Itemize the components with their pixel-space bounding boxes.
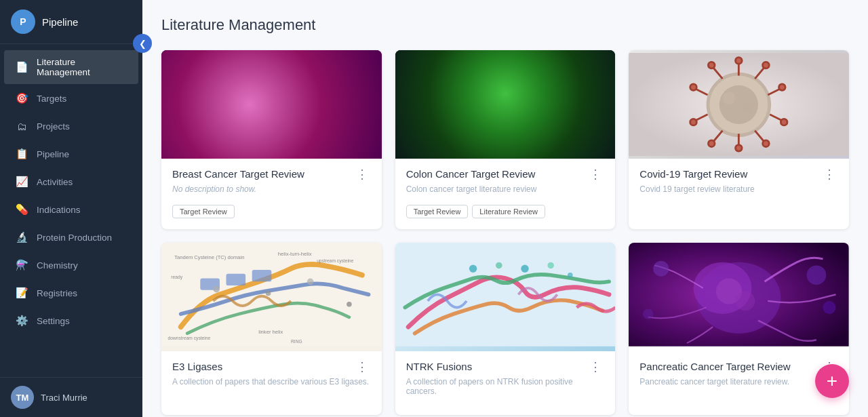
svg-line-6 <box>269 54 272 66</box>
card-image-breast <box>161 50 382 159</box>
svg-point-66 <box>307 279 314 285</box>
user-name: Traci Murrie <box>41 393 87 403</box>
card-e3-ligases[interactable]: Tandem Cysteine (TC) domain helix-turn-h… <box>161 243 382 415</box>
sidebar-item-projects[interactable]: 🗂 Projects <box>4 113 138 140</box>
svg-point-72 <box>547 262 554 269</box>
svg-point-20 <box>500 81 523 104</box>
ntrk-illustration <box>395 243 616 346</box>
card-image-e3: Tandem Cysteine (TC) domain helix-turn-h… <box>161 243 382 351</box>
svg-point-82 <box>736 292 755 311</box>
tag: Literature Review <box>472 205 545 218</box>
svg-point-25 <box>539 106 575 142</box>
sidebar-item-settings[interactable]: ⚙️ Settings <box>4 307 138 334</box>
svg-point-15 <box>422 61 472 111</box>
sidebar-item-label: Activities <box>37 177 73 187</box>
e3-ligases-illustration: Tandem Cysteine (TC) domain helix-turn-h… <box>161 243 382 346</box>
indications-icon: 💊 <box>15 203 28 216</box>
svg-point-33 <box>709 62 715 68</box>
card-image-colon <box>395 50 616 159</box>
svg-point-16 <box>429 68 465 104</box>
card-title: E3 Ligases <box>172 361 353 372</box>
card-pancreatic[interactable]: Pancreatic Cancer Target Review ⋮ Pancre… <box>629 243 849 415</box>
card-menu-button[interactable]: ⋮ <box>821 168 838 180</box>
svg-text:linker helix: linker helix <box>258 329 283 335</box>
svg-point-47 <box>690 119 697 125</box>
card-menu-button[interactable]: ⋮ <box>587 361 604 373</box>
svg-line-9 <box>245 60 252 69</box>
svg-point-71 <box>521 264 528 272</box>
sidebar-item-protein[interactable]: 🔬 Protein Production <box>4 224 138 251</box>
card-title: Covid-19 Target Review <box>639 168 821 180</box>
svg-point-65 <box>266 291 271 296</box>
card-body: Breast Cancer Target Review ⋮ No descrip… <box>161 159 382 229</box>
svg-rect-55 <box>226 274 245 285</box>
sidebar-item-activities[interactable]: 📈 Activities <box>4 168 138 195</box>
projects-icon: 🗂 <box>15 119 28 133</box>
card-header-row: Pancreatic Cancer Target Review ⋮ <box>639 361 838 373</box>
svg-point-31 <box>736 57 743 64</box>
chemistry-icon: ⚗️ <box>15 258 28 272</box>
card-description: A collection of papers on NTRK fusion po… <box>406 377 605 396</box>
settings-icon: ⚙️ <box>15 314 28 327</box>
card-menu-button[interactable]: ⋮ <box>353 361 371 373</box>
sidebar-item-label: Literature Management <box>37 57 127 77</box>
svg-point-39 <box>781 119 788 125</box>
tag: Target Review <box>172 205 235 218</box>
card-ntrk[interactable]: NTRK Fusions ⋮ A collection of papers on… <box>395 243 616 415</box>
card-colon-cancer[interactable]: Colon Cancer Target Review ⋮ Colon cance… <box>395 50 616 229</box>
sidebar-item-targets[interactable]: 🎯 Targets <box>4 85 138 112</box>
sidebar-collapse-button[interactable]: ❮ <box>133 34 152 53</box>
svg-point-51 <box>723 92 736 104</box>
breast-cancer-illustration <box>161 50 382 154</box>
sidebar-item-label: Pipeline <box>37 149 69 159</box>
sidebar-item-indications[interactable]: 💊 Indications <box>4 196 138 223</box>
card-covid[interactable]: Covid-19 Target Review ⋮ Covid 19 target… <box>629 50 849 229</box>
svg-line-7 <box>291 58 298 69</box>
add-fab-button[interactable]: + <box>815 364 849 398</box>
sidebar-item-registries[interactable]: 📝 Registries <box>4 279 138 306</box>
card-title: Breast Cancer Target Review <box>172 168 353 180</box>
registries-icon: 📝 <box>15 286 28 300</box>
svg-rect-0 <box>161 50 382 154</box>
svg-point-1 <box>233 66 311 138</box>
card-header-row: E3 Ligases ⋮ <box>172 361 371 373</box>
svg-line-10 <box>221 89 233 96</box>
sidebar-header: P Pipeline <box>0 0 142 44</box>
card-header-row: Colon Cancer Target Review ⋮ <box>406 168 605 180</box>
svg-point-19 <box>492 73 531 111</box>
sidebar-item-chemistry[interactable]: ⚗️ Chemistry <box>4 252 138 279</box>
svg-point-24 <box>473 115 498 140</box>
svg-line-11 <box>226 121 235 131</box>
cards-grid: Breast Cancer Target Review ⋮ No descrip… <box>161 50 849 415</box>
card-description: Covid 19 target review literature <box>639 184 838 197</box>
svg-point-4 <box>223 100 256 129</box>
card-header-row: Covid-19 Target Review ⋮ <box>639 168 838 180</box>
svg-point-5 <box>291 77 317 100</box>
svg-point-17 <box>435 74 458 97</box>
svg-line-13 <box>307 121 317 131</box>
svg-text:upstream cysteine: upstream cysteine <box>317 258 353 264</box>
covid-illustration <box>629 53 849 157</box>
svg-text:downstream cysteine: downstream cysteine <box>168 336 211 341</box>
user-avatar: TM <box>11 386 34 409</box>
card-body: E3 Ligases ⋮ A collection of papers that… <box>161 351 382 408</box>
svg-point-45 <box>709 140 715 147</box>
svg-point-41 <box>763 140 770 147</box>
card-breast-cancer[interactable]: Breast Cancer Target Review ⋮ No descrip… <box>161 50 382 229</box>
card-menu-button[interactable]: ⋮ <box>353 168 371 180</box>
sidebar-item-literature[interactable]: 📄 Literature Management <box>4 50 138 84</box>
svg-point-64 <box>213 286 220 293</box>
sidebar-item-label: Registries <box>37 288 77 298</box>
card-menu-button[interactable]: ⋮ <box>587 168 604 180</box>
activities-icon: 📈 <box>15 175 28 188</box>
svg-point-69 <box>469 264 477 272</box>
svg-point-67 <box>347 302 352 307</box>
svg-point-35 <box>763 62 770 68</box>
sidebar-item-pipeline[interactable]: 📋 Pipeline <box>4 140 138 167</box>
sidebar-item-label: Protein Production <box>37 233 112 243</box>
pancreatic-illustration <box>629 243 849 346</box>
sidebar-item-label: Projects <box>37 121 70 132</box>
tag: Target Review <box>406 205 469 218</box>
sidebar-item-label: Indications <box>37 205 81 215</box>
svg-point-26 <box>407 114 435 142</box>
